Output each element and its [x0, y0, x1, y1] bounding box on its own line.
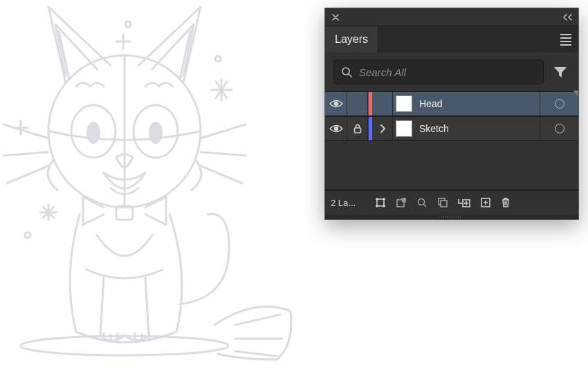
close-icon[interactable] [329, 14, 342, 21]
locate-icon[interactable] [416, 197, 428, 208]
layer-thumbnail[interactable] [396, 95, 412, 112]
visibility-toggle-icon[interactable] [329, 124, 343, 133]
filter-icon[interactable] [551, 63, 570, 81]
svg-point-19 [333, 102, 338, 106]
layer-color-strip [369, 92, 372, 115]
canvas-sketch [0, 0, 297, 392]
search-bar [325, 53, 578, 91]
new-sublayer-icon[interactable] [458, 197, 470, 208]
svg-rect-12 [116, 206, 133, 220]
export-icon[interactable] [396, 197, 407, 208]
svg-point-24 [419, 199, 425, 205]
lock-cell[interactable] [347, 92, 368, 115]
search-input[interactable] [358, 66, 536, 79]
svg-rect-22 [377, 199, 384, 206]
search-field[interactable] [333, 59, 544, 84]
svg-point-14 [215, 56, 221, 62]
svg-line-11 [201, 166, 242, 183]
svg-line-7 [3, 152, 48, 156]
svg-line-25 [424, 205, 427, 207]
tab-label: Layers [335, 33, 368, 46]
collect-icon[interactable] [437, 197, 448, 208]
layer-thumbnail[interactable] [396, 120, 412, 137]
layer-row[interactable]: Head [325, 91, 578, 116]
panel-resize-grip[interactable] [325, 214, 578, 219]
panel-titlebar[interactable] [325, 8, 578, 26]
svg-point-0 [48, 55, 201, 207]
svg-point-3 [134, 105, 178, 158]
layer-name[interactable]: Sketch [419, 123, 449, 134]
svg-point-16 [125, 21, 131, 27]
svg-point-2 [71, 105, 116, 158]
svg-point-4 [86, 122, 100, 144]
layer-color-strip [369, 117, 372, 140]
layer-row[interactable]: Sketch [325, 116, 578, 141]
collapse-panel-icon[interactable] [563, 14, 574, 21]
layer-name[interactable]: Head [419, 98, 442, 109]
delete-icon[interactable] [501, 197, 511, 208]
search-icon [341, 66, 352, 77]
overflow-indicator-icon [573, 91, 578, 96]
svg-point-13 [21, 336, 228, 355]
panel-tabbar: Layers [325, 26, 578, 53]
svg-line-6 [3, 124, 48, 138]
target-icon[interactable] [555, 99, 564, 109]
layer-count-label: 2 La... [331, 198, 365, 208]
svg-line-10 [201, 152, 246, 156]
layers-list: Head Sketch [325, 91, 578, 190]
layers-empty-area[interactable] [325, 141, 578, 190]
layers-panel: Layers [325, 8, 578, 219]
chevron-right-icon[interactable] [380, 124, 385, 133]
expand-toggle[interactable] [372, 92, 393, 115]
tab-layers[interactable]: Layers [325, 26, 378, 53]
target-icon[interactable] [555, 124, 564, 133]
svg-line-9 [201, 124, 246, 138]
panel-footer: 2 La... [325, 190, 578, 214]
svg-line-18 [349, 74, 351, 77]
svg-point-20 [333, 127, 338, 131]
clipping-mask-icon[interactable] [375, 197, 386, 208]
svg-point-15 [25, 232, 30, 238]
svg-rect-21 [354, 128, 360, 133]
svg-line-8 [7, 166, 48, 183]
visibility-toggle-icon[interactable] [329, 99, 343, 109]
panel-menu-icon[interactable] [560, 34, 571, 46]
svg-point-5 [149, 122, 163, 144]
lock-icon[interactable] [353, 124, 362, 133]
svg-rect-27 [441, 200, 447, 207]
new-layer-icon[interactable] [480, 197, 491, 208]
